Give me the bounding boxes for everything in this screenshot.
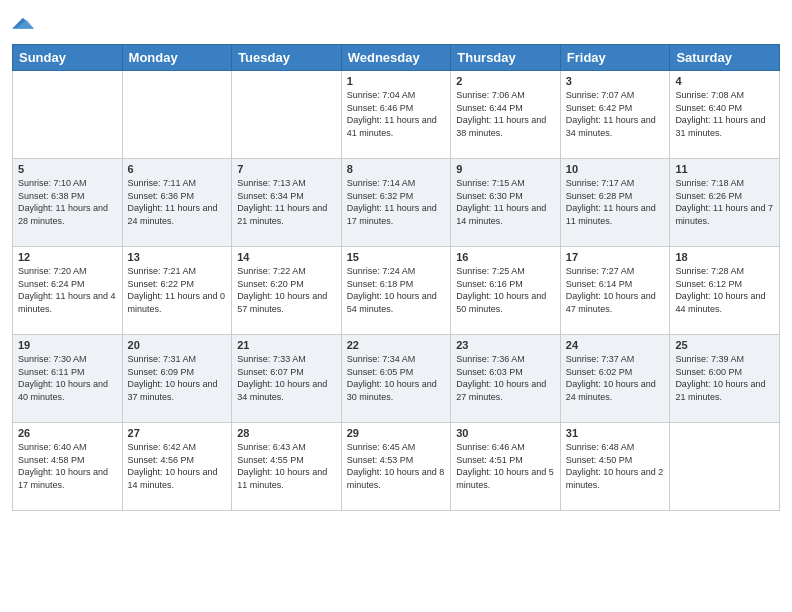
day-info: Sunrise: 7:06 AM Sunset: 6:44 PM Dayligh… (456, 89, 555, 139)
day-number: 16 (456, 251, 555, 263)
day-info: Sunrise: 7:13 AM Sunset: 6:34 PM Dayligh… (237, 177, 336, 227)
calendar-cell: 5Sunrise: 7:10 AM Sunset: 6:38 PM Daylig… (13, 159, 123, 247)
day-number: 8 (347, 163, 446, 175)
calendar-cell: 19Sunrise: 7:30 AM Sunset: 6:11 PM Dayli… (13, 335, 123, 423)
calendar-cell: 7Sunrise: 7:13 AM Sunset: 6:34 PM Daylig… (232, 159, 342, 247)
day-info: Sunrise: 6:45 AM Sunset: 4:53 PM Dayligh… (347, 441, 446, 491)
day-number: 24 (566, 339, 665, 351)
day-number: 27 (128, 427, 227, 439)
calendar-cell: 15Sunrise: 7:24 AM Sunset: 6:18 PM Dayli… (341, 247, 451, 335)
calendar-cell: 1Sunrise: 7:04 AM Sunset: 6:46 PM Daylig… (341, 71, 451, 159)
weekday-header-friday: Friday (560, 45, 670, 71)
day-info: Sunrise: 7:20 AM Sunset: 6:24 PM Dayligh… (18, 265, 117, 315)
day-number: 22 (347, 339, 446, 351)
day-info: Sunrise: 7:17 AM Sunset: 6:28 PM Dayligh… (566, 177, 665, 227)
day-info: Sunrise: 7:07 AM Sunset: 6:42 PM Dayligh… (566, 89, 665, 139)
calendar-cell: 11Sunrise: 7:18 AM Sunset: 6:26 PM Dayli… (670, 159, 780, 247)
calendar-cell: 31Sunrise: 6:48 AM Sunset: 4:50 PM Dayli… (560, 423, 670, 511)
day-info: Sunrise: 7:34 AM Sunset: 6:05 PM Dayligh… (347, 353, 446, 403)
day-info: Sunrise: 6:40 AM Sunset: 4:58 PM Dayligh… (18, 441, 117, 491)
calendar-cell: 2Sunrise: 7:06 AM Sunset: 6:44 PM Daylig… (451, 71, 561, 159)
day-info: Sunrise: 7:31 AM Sunset: 6:09 PM Dayligh… (128, 353, 227, 403)
day-info: Sunrise: 7:36 AM Sunset: 6:03 PM Dayligh… (456, 353, 555, 403)
calendar-cell: 6Sunrise: 7:11 AM Sunset: 6:36 PM Daylig… (122, 159, 232, 247)
logo-icon (12, 14, 34, 36)
day-number: 10 (566, 163, 665, 175)
calendar-cell: 22Sunrise: 7:34 AM Sunset: 6:05 PM Dayli… (341, 335, 451, 423)
day-number: 6 (128, 163, 227, 175)
calendar-cell: 9Sunrise: 7:15 AM Sunset: 6:30 PM Daylig… (451, 159, 561, 247)
day-number: 7 (237, 163, 336, 175)
day-number: 13 (128, 251, 227, 263)
calendar-cell: 30Sunrise: 6:46 AM Sunset: 4:51 PM Dayli… (451, 423, 561, 511)
day-info: Sunrise: 7:33 AM Sunset: 6:07 PM Dayligh… (237, 353, 336, 403)
day-info: Sunrise: 6:43 AM Sunset: 4:55 PM Dayligh… (237, 441, 336, 491)
calendar-cell: 3Sunrise: 7:07 AM Sunset: 6:42 PM Daylig… (560, 71, 670, 159)
calendar-cell: 18Sunrise: 7:28 AM Sunset: 6:12 PM Dayli… (670, 247, 780, 335)
day-info: Sunrise: 7:30 AM Sunset: 6:11 PM Dayligh… (18, 353, 117, 403)
day-number: 1 (347, 75, 446, 87)
page: SundayMondayTuesdayWednesdayThursdayFrid… (0, 0, 792, 612)
day-info: Sunrise: 6:42 AM Sunset: 4:56 PM Dayligh… (128, 441, 227, 491)
calendar-cell: 28Sunrise: 6:43 AM Sunset: 4:55 PM Dayli… (232, 423, 342, 511)
day-number: 19 (18, 339, 117, 351)
day-number: 23 (456, 339, 555, 351)
week-row-3: 12Sunrise: 7:20 AM Sunset: 6:24 PM Dayli… (13, 247, 780, 335)
day-info: Sunrise: 7:14 AM Sunset: 6:32 PM Dayligh… (347, 177, 446, 227)
day-info: Sunrise: 7:10 AM Sunset: 6:38 PM Dayligh… (18, 177, 117, 227)
day-info: Sunrise: 7:18 AM Sunset: 6:26 PM Dayligh… (675, 177, 774, 227)
weekday-header-wednesday: Wednesday (341, 45, 451, 71)
day-info: Sunrise: 7:22 AM Sunset: 6:20 PM Dayligh… (237, 265, 336, 315)
day-number: 17 (566, 251, 665, 263)
day-info: Sunrise: 7:37 AM Sunset: 6:02 PM Dayligh… (566, 353, 665, 403)
calendar-cell: 20Sunrise: 7:31 AM Sunset: 6:09 PM Dayli… (122, 335, 232, 423)
calendar-cell: 25Sunrise: 7:39 AM Sunset: 6:00 PM Dayli… (670, 335, 780, 423)
weekday-header-row: SundayMondayTuesdayWednesdayThursdayFrid… (13, 45, 780, 71)
logo (12, 10, 38, 36)
calendar-cell: 24Sunrise: 7:37 AM Sunset: 6:02 PM Dayli… (560, 335, 670, 423)
day-number: 14 (237, 251, 336, 263)
calendar-cell: 23Sunrise: 7:36 AM Sunset: 6:03 PM Dayli… (451, 335, 561, 423)
day-number: 5 (18, 163, 117, 175)
calendar-cell (670, 423, 780, 511)
day-info: Sunrise: 7:25 AM Sunset: 6:16 PM Dayligh… (456, 265, 555, 315)
weekday-header-sunday: Sunday (13, 45, 123, 71)
calendar-cell: 4Sunrise: 7:08 AM Sunset: 6:40 PM Daylig… (670, 71, 780, 159)
day-info: Sunrise: 6:48 AM Sunset: 4:50 PM Dayligh… (566, 441, 665, 491)
day-number: 31 (566, 427, 665, 439)
calendar-cell (13, 71, 123, 159)
day-number: 2 (456, 75, 555, 87)
week-row-1: 1Sunrise: 7:04 AM Sunset: 6:46 PM Daylig… (13, 71, 780, 159)
weekday-header-tuesday: Tuesday (232, 45, 342, 71)
calendar-cell: 16Sunrise: 7:25 AM Sunset: 6:16 PM Dayli… (451, 247, 561, 335)
calendar-cell (232, 71, 342, 159)
day-info: Sunrise: 7:39 AM Sunset: 6:00 PM Dayligh… (675, 353, 774, 403)
week-row-5: 26Sunrise: 6:40 AM Sunset: 4:58 PM Dayli… (13, 423, 780, 511)
day-number: 11 (675, 163, 774, 175)
calendar-cell: 8Sunrise: 7:14 AM Sunset: 6:32 PM Daylig… (341, 159, 451, 247)
day-number: 29 (347, 427, 446, 439)
calendar-cell: 10Sunrise: 7:17 AM Sunset: 6:28 PM Dayli… (560, 159, 670, 247)
calendar: SundayMondayTuesdayWednesdayThursdayFrid… (12, 44, 780, 511)
calendar-cell: 21Sunrise: 7:33 AM Sunset: 6:07 PM Dayli… (232, 335, 342, 423)
calendar-cell: 29Sunrise: 6:45 AM Sunset: 4:53 PM Dayli… (341, 423, 451, 511)
weekday-header-thursday: Thursday (451, 45, 561, 71)
weekday-header-monday: Monday (122, 45, 232, 71)
calendar-cell: 27Sunrise: 6:42 AM Sunset: 4:56 PM Dayli… (122, 423, 232, 511)
calendar-cell (122, 71, 232, 159)
day-info: Sunrise: 6:46 AM Sunset: 4:51 PM Dayligh… (456, 441, 555, 491)
calendar-cell: 17Sunrise: 7:27 AM Sunset: 6:14 PM Dayli… (560, 247, 670, 335)
day-number: 18 (675, 251, 774, 263)
day-number: 30 (456, 427, 555, 439)
day-number: 9 (456, 163, 555, 175)
day-info: Sunrise: 7:24 AM Sunset: 6:18 PM Dayligh… (347, 265, 446, 315)
day-info: Sunrise: 7:28 AM Sunset: 6:12 PM Dayligh… (675, 265, 774, 315)
day-info: Sunrise: 7:11 AM Sunset: 6:36 PM Dayligh… (128, 177, 227, 227)
day-number: 26 (18, 427, 117, 439)
day-number: 21 (237, 339, 336, 351)
week-row-2: 5Sunrise: 7:10 AM Sunset: 6:38 PM Daylig… (13, 159, 780, 247)
week-row-4: 19Sunrise: 7:30 AM Sunset: 6:11 PM Dayli… (13, 335, 780, 423)
day-number: 3 (566, 75, 665, 87)
day-number: 28 (237, 427, 336, 439)
day-number: 20 (128, 339, 227, 351)
